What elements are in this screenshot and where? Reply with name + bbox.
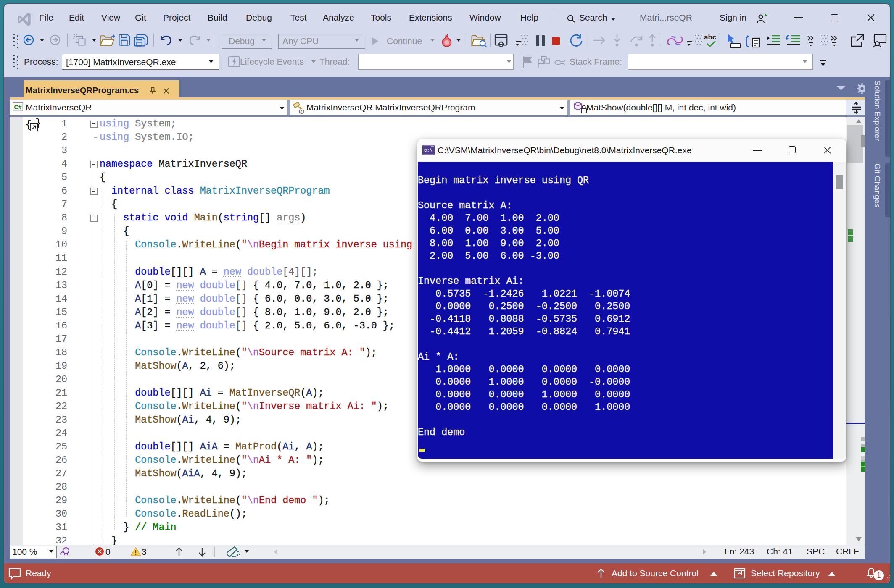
svg-text:C:\: C:\ <box>424 148 432 153</box>
svg-text:C#: C# <box>14 104 22 110</box>
